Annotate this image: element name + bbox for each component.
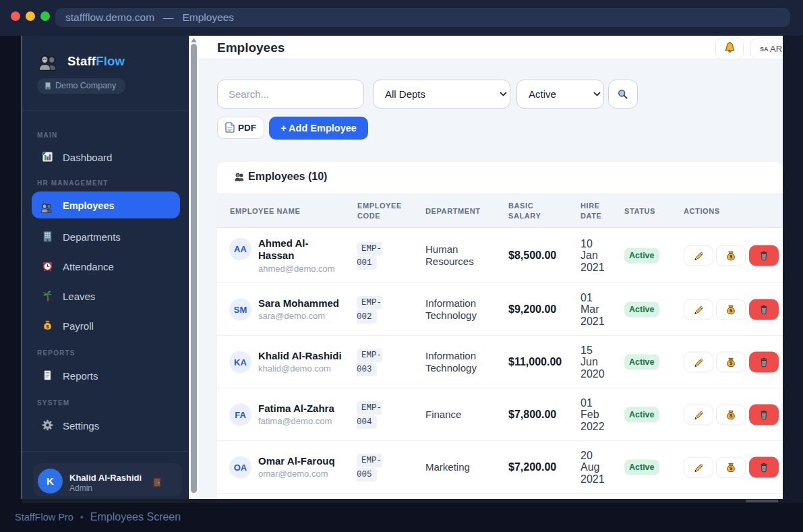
svg-text:$: $ (46, 324, 49, 330)
